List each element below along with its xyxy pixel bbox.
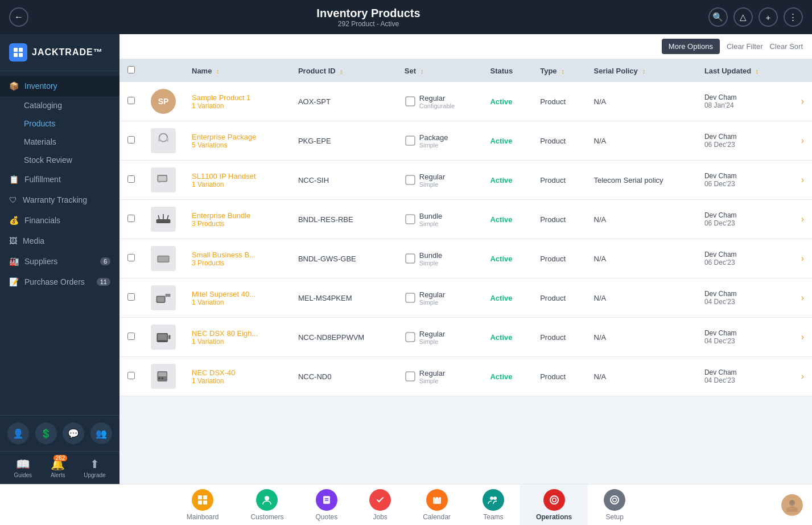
row-avatar-cell [143,357,184,396]
row-status-cell: Active [482,161,532,200]
set-header[interactable]: Set ↕ [397,59,483,82]
row-checkbox[interactable] [127,175,135,183]
guides-button[interactable]: 📖 Guides [14,457,32,478]
row-product-id-cell: BNDL-GWS-GBE [290,239,397,278]
updated-date: 04 Dec'23 [704,376,780,384]
search-button[interactable]: 🔍 [708,7,728,27]
product-name-link[interactable]: NEC DSX 80 Eigh... [192,329,282,338]
table-row[interactable]: Small Business B...3 ProductsBNDL-GWS-GB… [119,239,812,278]
sidebar-item-materials[interactable]: Materials [0,133,119,151]
set-label: Bundle [419,251,442,260]
row-status-cell: Active [482,318,532,357]
row-chevron-cell[interactable]: › [788,318,812,357]
nav-jobs[interactable]: Jobs [353,485,407,526]
serial-policy-header[interactable]: Serial Policy ↕ [586,59,696,82]
table-row[interactable]: SL1100 IP Handset1 VariationNCC-SIHRegul… [119,161,812,200]
last-updated-header[interactable]: Last Updated ↕ [696,59,788,82]
add-button[interactable]: + [759,7,778,27]
nav-customers[interactable]: Customers [234,485,299,526]
sidebar-item-purchase-orders[interactable]: 📝 Purchase Orders 11 [0,272,119,292]
sidebar-item-financials[interactable]: 💰 Financials [0,210,119,231]
product-name-link[interactable]: NEC DSX-40 [192,368,282,377]
more-options-button[interactable]: More Options [662,39,720,54]
sidebar-item-label: Suppliers [24,257,57,266]
set-sub-label: Simple [419,260,442,266]
suppliers-icon: 🏭 [9,257,19,266]
row-checkbox[interactable] [127,136,135,143]
select-all-checkbox[interactable] [127,66,135,73]
table-row[interactable]: Enterprise Bundle3 ProductsBNDL-RES-RBEB… [119,200,812,239]
row-checkbox[interactable] [127,333,135,340]
table-row[interactable]: SPSample Product 11 VariationAOX-SPTRegu… [119,82,812,121]
nav-operations[interactable]: Operations [520,485,588,526]
mainboard-label: Mainboard [187,513,219,521]
person-button[interactable]: 👤 [7,423,29,444]
svg-rect-33 [406,372,415,381]
upgrade-button[interactable]: ⬆ Upgrade [84,457,105,478]
row-checkbox[interactable] [127,372,135,379]
product-name-link[interactable]: SL1100 IP Handset [192,172,282,181]
row-checkbox[interactable] [127,293,135,301]
sidebar-item-media[interactable]: 🖼 Media [0,231,119,251]
back-button[interactable]: ← [9,7,28,27]
product-id-header[interactable]: Product ID ↕ [290,59,397,82]
set-type-icon [405,214,416,225]
sidebar-item-fulfillment[interactable]: 📋 Fulfillment [0,169,119,190]
clear-filter-button[interactable]: Clear Filter [727,42,763,51]
product-name-link[interactable]: Sample Product 1 [192,93,282,102]
name-header[interactable]: Name ↕ [184,59,290,82]
sidebar-item-inventory[interactable]: 📦 Inventory [0,76,119,96]
row-chevron-cell[interactable]: › [788,357,812,396]
status-badge: Active [490,372,512,381]
set-label: Regular [419,369,446,378]
chat-button[interactable]: 💬 [63,423,84,444]
nav-setup[interactable]: Setup [588,485,641,526]
row-chevron-cell[interactable]: › [788,82,812,121]
row-chevron-cell[interactable]: › [788,161,812,200]
alerts-button[interactable]: 🔔 262 Alerts [51,457,65,478]
set-sub-label: Simple [419,220,442,227]
dollar-button[interactable]: 💲 [35,423,57,444]
row-chevron-cell[interactable]: › [788,121,812,161]
row-checkbox[interactable] [127,254,135,261]
sidebar-item-cataloging[interactable]: Cataloging [0,96,119,114]
variation-count: 1 Variation [192,181,282,188]
sidebar: JACKTRADE™ 📦 Inventory Cataloging Produc… [0,34,119,484]
svg-rect-22 [157,297,164,302]
sidebar-item-warranty[interactable]: 🛡 Warranty Tracking [0,190,119,210]
table-row[interactable]: Enterprise Package5 VariationsPKG-EPEPac… [119,121,812,161]
clear-sort-button[interactable]: Clear Sort [769,42,803,51]
row-chevron-cell[interactable]: › [788,239,812,278]
sidebar-item-suppliers[interactable]: 🏭 Suppliers 6 [0,251,119,272]
product-name-link[interactable]: Small Business B... [192,251,282,259]
suppliers-badge: 6 [100,257,110,265]
row-chevron-cell[interactable]: › [788,278,812,318]
svg-rect-11 [158,182,160,183]
table-row[interactable]: NEC DSX-401 VariationNCC-ND0RegularSimpl… [119,357,812,396]
product-name-link[interactable]: Mitel Superset 40... [192,290,282,298]
nav-mainboard[interactable]: Mainboard [171,485,235,526]
filter-button[interactable]: △ [733,7,753,27]
more-button[interactable]: ⋮ [784,7,803,27]
type-header[interactable]: Type ↕ [532,59,586,82]
row-last-updated-cell: Dev Cham08 Jan'24 [696,82,788,121]
row-chevron-cell[interactable]: › [788,200,812,239]
nav-calendar[interactable]: Calendar [407,485,467,526]
svg-rect-8 [406,136,415,145]
nav-teams[interactable]: Teams [467,485,520,526]
product-name-link[interactable]: Enterprise Bundle [192,211,282,220]
sidebar-item-products[interactable]: Products [0,114,119,133]
table-row[interactable]: NEC DSX 80 Eigh...1 VariationNCC-ND8EPPW… [119,318,812,357]
row-checkbox[interactable] [127,97,135,104]
sidebar-item-stock-review[interactable]: Stock Review [0,151,119,169]
checkbox-header [119,59,143,82]
table-row[interactable]: Mitel Superset 40...1 VariationMEL-MS4PK… [119,278,812,318]
nav-quotes[interactable]: Quotes [299,485,353,526]
group-button[interactable]: 👥 [90,423,112,444]
row-checkbox[interactable] [127,215,135,222]
svg-rect-12 [406,175,415,184]
row-avatar-cell: SP [143,82,184,121]
product-name-link[interactable]: Enterprise Package [192,133,282,141]
updated-by: Dev Cham [704,93,780,101]
user-avatar[interactable] [781,494,803,516]
